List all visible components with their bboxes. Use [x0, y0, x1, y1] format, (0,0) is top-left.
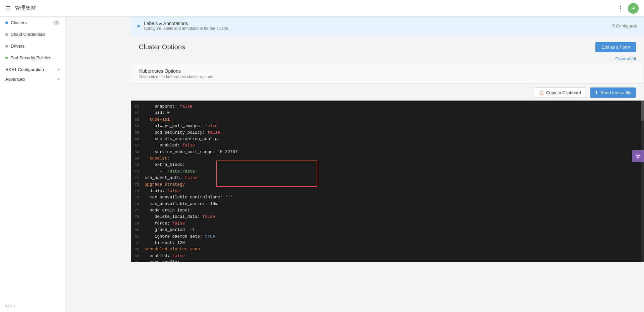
sidebar-section-advanced[interactable]: Advanced ▾ [0, 73, 65, 83]
line-content: secrets_encryption_config: [145, 136, 220, 142]
line-number: 83 [131, 246, 145, 252]
line-number: 71 [131, 169, 145, 175]
line-number: 74 [131, 188, 145, 194]
code-token: false [182, 143, 195, 148]
svg-point-0 [635, 153, 641, 159]
labels-banner-left: ▶ Labels & Annotations Configure labels … [138, 21, 229, 31]
svg-point-1 [636, 155, 638, 156]
expand-all-row: Expand All [131, 55, 644, 64]
code-token: true [205, 234, 215, 239]
line-number: 80 [131, 227, 145, 233]
code-line: 62 uid: 0 [131, 110, 644, 116]
code-token: grace_period: [145, 228, 190, 232]
sidebar-item-cloud-credentials[interactable]: Cloud Credentials [0, 28, 65, 40]
code-line: 71 - '/data:/data' [131, 169, 644, 175]
line-number: 85 [131, 259, 145, 262]
line-content: ignore_daemon_sets: true [145, 234, 215, 240]
line-number: 78 [131, 214, 145, 220]
code-line: 61 snapshot: false [131, 104, 644, 110]
line-number: 79 [131, 221, 145, 227]
advanced-label: Advanced [5, 77, 25, 82]
copy-to-clipboard-button[interactable]: 📋 Copy to Clipboard [534, 87, 586, 98]
line-number: 69 [131, 155, 145, 162]
code-token: ignore_daemon_sets: [145, 234, 205, 239]
code-line: 75 max_unavailable_controlplane: '1' [131, 194, 644, 201]
labels-arrow-icon: ▶ [138, 23, 141, 28]
line-content: max_unavailable_controlplane: '1' [145, 194, 233, 201]
more-options-icon[interactable]: ⋮ [617, 4, 624, 12]
rke1-label: RKE1 Configuration [5, 67, 44, 72]
line-content: scheduled_cluster_scan: [145, 246, 203, 253]
svg-point-3 [637, 157, 639, 158]
code-line: 69 kubelet: [131, 155, 644, 162]
sidebar-item-label: Clusters [11, 20, 27, 25]
code-token: kubelet: [145, 156, 170, 161]
code-line: 65 pod_security_policy: false [131, 130, 644, 136]
line-number: 66 [131, 136, 145, 142]
code-line: 72ssh_agent_auth: false [131, 175, 644, 181]
upload-icon: ⬆ [595, 90, 598, 95]
expand-all-link[interactable]: Expand All [615, 56, 636, 61]
k8s-options-subtitle: Customize the kubernetes cluster options [139, 74, 636, 79]
edit-form-button[interactable]: Edit as a Form [595, 42, 636, 52]
line-content: enabled: false [145, 142, 195, 149]
code-line: 68 service_node_port_range: 10-32767 [131, 149, 644, 155]
copy-icon: 📋 [539, 90, 544, 95]
code-token: false [185, 176, 198, 180]
sidebar-item-label: Cloud Credentials [11, 32, 45, 37]
code-token: false [180, 104, 193, 109]
code-editor[interactable]: 61 snapshot: false62 uid: 063 kube-api:6… [131, 101, 644, 262]
menu-icon[interactable]: ☰ [5, 5, 11, 12]
code-line: 78 delete_local_data: false [131, 214, 644, 220]
line-number: 62 [131, 110, 145, 116]
labels-banner[interactable]: ▶ Labels & Annotations Configure labels … [131, 17, 644, 35]
code-line: 73upgrade_strategy: [131, 182, 644, 188]
code-token: '1' [225, 195, 233, 200]
sidebar-section-rke1[interactable]: RKE1 Configuration ▾ [0, 64, 65, 73]
editor-scrollbar[interactable] [641, 101, 644, 262]
code-token: false [172, 254, 185, 258]
code-token: - [145, 169, 165, 174]
line-content: kube-api: [145, 117, 172, 123]
topbar: ☰ 管理集群 ⋮ + [0, 0, 644, 17]
code-token: false [205, 124, 218, 128]
line-number: 72 [131, 175, 145, 181]
code-token: ssh_agent_auth: [145, 176, 185, 180]
code-token: scheduled_cluster_scan: [145, 247, 203, 252]
code-line: 63 kube-api: [131, 117, 644, 123]
code-line: 85 scan_config: [131, 259, 644, 262]
line-content: drain: false [145, 188, 180, 194]
sidebar-item-clusters[interactable]: Clusters 2 [0, 17, 65, 28]
right-panel-icon[interactable] [632, 150, 644, 162]
code-token: pod_security_policy: [145, 130, 208, 135]
code-token: max_unavailable_worker: [145, 202, 210, 206]
code-token: drain: [145, 189, 167, 193]
line-number: 63 [131, 117, 145, 123]
code-line: 77 node_drain_input: [131, 207, 644, 214]
code-token: uid: [145, 111, 167, 115]
code-token: -1 [190, 228, 195, 232]
add-button[interactable]: + [628, 3, 639, 14]
drivers-dot [5, 45, 8, 48]
line-number: 76 [131, 201, 145, 207]
code-line: 79 force: false [131, 221, 644, 227]
line-content: upgrade_strategy: [145, 182, 187, 188]
sidebar-item-pod-security-policies[interactable]: Pod Security Policies [0, 52, 65, 64]
code-line: 70 extra_binds: [131, 162, 644, 168]
line-number: 61 [131, 104, 145, 110]
line-number: 81 [131, 234, 145, 240]
code-token: node_drain_input: [145, 208, 193, 213]
read-from-file-button[interactable]: ⬆ Read from a file [590, 87, 636, 98]
line-content: kubelet: [145, 155, 170, 162]
sidebar-item-drivers[interactable]: Drivers [0, 40, 65, 52]
code-token: scan_config: [145, 260, 180, 262]
code-line: 81 ignore_daemon_sets: true [131, 234, 644, 240]
line-content: always_pull_images: false [145, 123, 218, 129]
line-number: 73 [131, 182, 145, 188]
line-content: snapshot: false [145, 104, 193, 110]
line-content: delete_local_data: false [145, 214, 215, 220]
version-label: v2.6.2 [0, 300, 65, 312]
clusters-badge: 2 [53, 20, 60, 25]
line-content: force: false [145, 221, 185, 227]
code-token: max_unavailable_controlplane: [145, 195, 225, 200]
